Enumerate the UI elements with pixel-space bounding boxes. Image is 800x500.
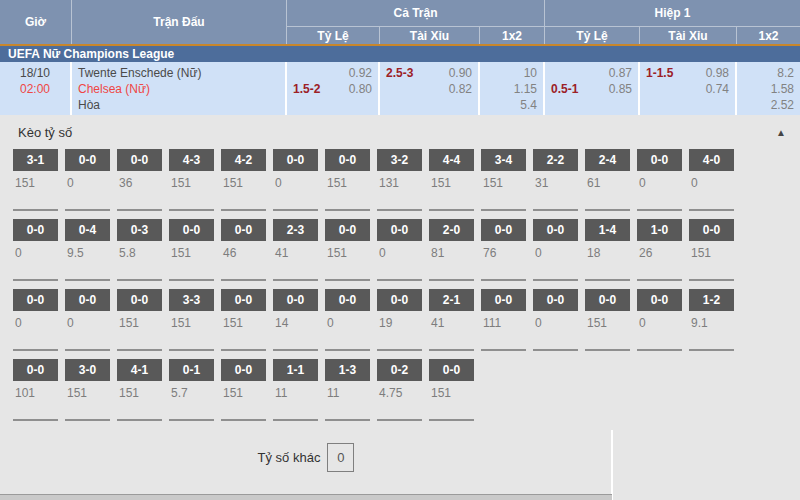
score-cell[interactable]: 0-0151 — [169, 219, 214, 281]
score-cell[interactable]: 2-141 — [429, 289, 474, 351]
ft-under-odds[interactable]: 0.82 — [449, 81, 472, 97]
score-value: 0-0 — [325, 289, 370, 311]
bottom-scrollbar[interactable] — [0, 494, 612, 500]
score-cell[interactable]: 0-014 — [273, 289, 318, 351]
score-cell[interactable]: 0-24.75 — [377, 359, 422, 421]
score-odds: 151 — [429, 171, 474, 190]
score-odds: 11 — [273, 381, 318, 400]
score-odds: 151 — [169, 311, 214, 330]
score-cell[interactable]: 0-0151 — [221, 289, 266, 351]
score-cell[interactable]: 0-019 — [377, 289, 422, 351]
score-cell[interactable]: 4-1151 — [117, 359, 162, 421]
score-cell[interactable]: 2-081 — [429, 219, 474, 281]
score-cell[interactable]: 4-3151 — [169, 149, 214, 211]
h1-1x2-away-odds[interactable]: 1.58 — [771, 81, 794, 97]
score-cell[interactable]: 3-0151 — [65, 359, 110, 421]
score-odds: 41 — [273, 241, 318, 260]
score-value: 0-0 — [13, 359, 58, 381]
score-cell[interactable]: 0-00 — [325, 289, 370, 351]
match-time-cell: 18/10 02:00 — [0, 62, 72, 115]
ft-1x2-draw-odds[interactable]: 5.4 — [520, 97, 537, 113]
score-cell[interactable]: 0-0151 — [325, 219, 370, 281]
score-value: 3-3 — [169, 289, 214, 311]
score-cell[interactable]: 0-0151 — [117, 289, 162, 351]
score-cell[interactable]: 4-4151 — [429, 149, 474, 211]
first-half-handicap-cell: 0.87 0.5-1 0.85 — [545, 62, 640, 115]
h1-handicap-line: 0.5-1 — [551, 81, 578, 97]
ft-over-odds[interactable]: 0.90 — [449, 65, 472, 81]
score-cell[interactable]: 1-111 — [273, 359, 318, 421]
score-cell[interactable]: 0-0111 — [481, 289, 526, 351]
score-cell[interactable]: 0-00 — [13, 219, 58, 281]
h1-over-odds[interactable]: 0.98 — [706, 65, 729, 81]
score-value: 0-0 — [169, 219, 214, 241]
score-cell[interactable]: 0-00 — [65, 149, 110, 211]
score-odds: 0 — [13, 311, 58, 330]
league-header[interactable]: UEFA Nữ Champions League — [0, 46, 800, 62]
score-cell[interactable]: 0-076 — [481, 219, 526, 281]
score-value: 0-0 — [13, 289, 58, 311]
score-cell[interactable]: 0-00 — [65, 289, 110, 351]
h1-handicap-away-odds[interactable]: 0.85 — [609, 81, 632, 97]
h1-handicap-home-odds[interactable]: 0.87 — [609, 65, 632, 81]
score-cell[interactable]: 0-15.7 — [169, 359, 214, 421]
h1-under-odds[interactable]: 0.74 — [706, 81, 729, 97]
score-cell[interactable]: 0-49.5 — [65, 219, 110, 281]
score-cell[interactable]: 2-461 — [585, 149, 630, 211]
score-cell[interactable]: 0-00 — [533, 289, 578, 351]
score-cell[interactable]: 0-0151 — [689, 219, 734, 281]
score-cell[interactable]: 2-231 — [533, 149, 578, 211]
score-odds: 9.1 — [689, 311, 734, 330]
score-cell[interactable]: 4-2151 — [221, 149, 266, 211]
score-cell[interactable]: 1-418 — [585, 219, 630, 281]
score-odds: 151 — [221, 311, 266, 330]
other-score-odds-box[interactable]: 0 — [327, 443, 354, 472]
score-odds: 111 — [481, 311, 526, 330]
score-odds: 0 — [533, 241, 578, 260]
score-cell[interactable]: 0-036 — [117, 149, 162, 211]
score-cell[interactable]: 0-0101 — [13, 359, 58, 421]
home-team: Twente Enschede (Nữ) — [78, 65, 285, 81]
ft-1x2-home-odds[interactable]: 10 — [524, 65, 537, 81]
score-cell[interactable]: 0-0151 — [429, 359, 474, 421]
score-cell[interactable]: 0-00 — [637, 289, 682, 351]
score-value: 0-0 — [533, 219, 578, 241]
score-cell[interactable]: 3-4151 — [481, 149, 526, 211]
score-cell[interactable]: 1-026 — [637, 219, 682, 281]
score-cell[interactable]: 0-0151 — [221, 359, 266, 421]
score-odds: 0 — [377, 241, 422, 260]
ft-handicap-away-odds[interactable]: 0.80 — [349, 81, 372, 97]
score-cell[interactable]: 3-2131 — [377, 149, 422, 211]
score-value: 0-0 — [65, 149, 110, 171]
ft-handicap-line: 1.5-2 — [293, 81, 320, 97]
score-cell[interactable]: 0-00 — [637, 149, 682, 211]
column-header-time: Giờ — [0, 0, 72, 44]
score-value: 4-3 — [169, 149, 214, 171]
score-cell[interactable]: 0-00 — [533, 219, 578, 281]
score-value: 0-0 — [117, 149, 162, 171]
score-cell[interactable]: 0-0151 — [325, 149, 370, 211]
score-cell[interactable]: 0-0151 — [585, 289, 630, 351]
score-cell[interactable]: 4-00 — [689, 149, 734, 211]
ft-1x2-away-odds[interactable]: 1.15 — [514, 81, 537, 97]
score-odds: 0 — [637, 171, 682, 190]
other-score-row: Tỷ số khác 0 — [0, 443, 612, 472]
panel-divider — [611, 430, 613, 500]
score-cell[interactable]: 1-311 — [325, 359, 370, 421]
score-value: 1-4 — [585, 219, 630, 241]
score-cell[interactable]: 3-1151 — [13, 149, 58, 211]
score-cell[interactable]: 2-341 — [273, 219, 318, 281]
score-cell[interactable]: 0-00 — [377, 219, 422, 281]
score-cell[interactable]: 1-29.1 — [689, 289, 734, 351]
score-cell[interactable]: 3-3151 — [169, 289, 214, 351]
h1-1x2-draw-odds[interactable]: 2.52 — [771, 97, 794, 113]
score-odds: 5.7 — [169, 381, 214, 400]
score-cell[interactable]: 0-00 — [273, 149, 318, 211]
h1-1x2-home-odds[interactable]: 8.2 — [777, 65, 794, 81]
score-value: 1-3 — [325, 359, 370, 381]
collapse-arrow-icon[interactable]: ▲ — [776, 127, 786, 138]
score-cell[interactable]: 0-046 — [221, 219, 266, 281]
score-cell[interactable]: 0-00 — [13, 289, 58, 351]
score-cell[interactable]: 0-35.8 — [117, 219, 162, 281]
ft-handicap-home-odds[interactable]: 0.92 — [349, 65, 372, 81]
